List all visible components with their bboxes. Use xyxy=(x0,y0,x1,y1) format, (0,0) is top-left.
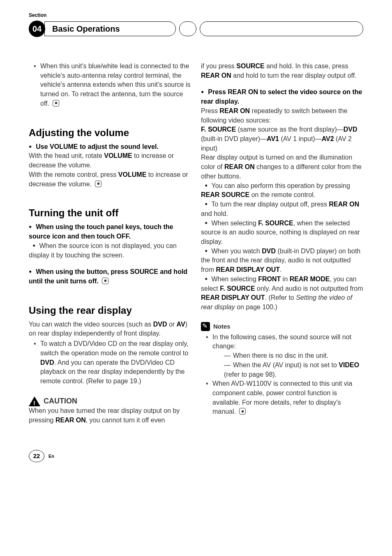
note-1: In the following cases, the sound source… xyxy=(212,334,351,350)
rear-bullet-1: To watch a DVD/Video CD on the rear disp… xyxy=(40,340,188,385)
heading-volume: Adjusting the volume xyxy=(29,126,191,140)
notes-icon xyxy=(201,322,210,331)
bullet-dot-icon: • xyxy=(206,379,208,389)
rear-sq4: When you watch DVD (built-in DVD player)… xyxy=(201,247,363,275)
note-1a: When there is no disc in the unit. xyxy=(224,351,363,361)
rear-sq3: When selecting F. SOURCE, when the selec… xyxy=(201,219,363,247)
rear-p4: Rear display output is turned on and the… xyxy=(201,153,363,181)
rear-sq2: To turn the rear display output off, pre… xyxy=(201,200,363,218)
rear-sq5: When selecting FRONT in REAR MODE, you c… xyxy=(201,275,363,312)
notes-label: Notes xyxy=(213,322,231,331)
right-column: if you press SOURCE and hold. In this ca… xyxy=(201,62,363,425)
chapter-title-chip: Basic Operations xyxy=(44,21,176,36)
note-2: When AVD-W1100V is connected to this uni… xyxy=(212,380,352,415)
end-section-icon xyxy=(102,278,108,284)
rear-p1: You can watch the video sources (such as… xyxy=(29,320,191,338)
left-column: • When this unit's blue/white lead is co… xyxy=(29,62,191,425)
caution-text: When you have turned the rear display ou… xyxy=(29,406,191,425)
off-note-1: When the source icon is not displayed, y… xyxy=(29,241,191,260)
volume-lead: Use VOLUME to adjust the sound level. xyxy=(29,143,159,150)
caution-continued: if you press SOURCE and hold. In this ca… xyxy=(201,62,363,80)
page-number: 22 xyxy=(29,450,44,462)
rear-p2: Press REAR ON repeatedly to switch betwe… xyxy=(201,107,363,125)
rear-sq1: You can also perform this operation by p… xyxy=(201,181,363,200)
chapter-title: Basic Operations xyxy=(52,24,120,34)
page-footer: 22 En xyxy=(29,450,363,462)
rear-lead-2: Press REAR ON to select the video source… xyxy=(201,88,362,105)
volume-p2: With the remote control, press VOLUME to… xyxy=(29,170,191,189)
heading-off: Turning the unit off xyxy=(29,206,191,220)
header-spacer-2 xyxy=(200,21,363,36)
section-label: Section xyxy=(29,12,363,18)
bullet-dot-icon: • xyxy=(206,333,208,342)
caution-label: CAUTION xyxy=(44,396,77,407)
heading-rear: Using the rear display xyxy=(29,303,191,317)
note-1b: When the AV (AV input) is not set to VID… xyxy=(224,361,363,379)
bullet-dot-icon: • xyxy=(34,339,36,349)
intro-bullet: When this unit's blue/white lead is conn… xyxy=(40,63,190,107)
header-spacer-1 xyxy=(179,21,196,36)
end-section-icon xyxy=(95,181,101,187)
bullet-dot-icon: • xyxy=(34,62,36,71)
language-code: En xyxy=(48,454,54,459)
rear-sources: F. SOURCE (same source as the front disp… xyxy=(201,125,363,153)
volume-p1: With the head unit, rotate VOLUME to inc… xyxy=(29,151,191,170)
end-section-icon xyxy=(239,408,246,415)
off-lead-1: When using the touch panel keys, touch t… xyxy=(29,223,173,240)
caution-icon xyxy=(29,396,40,406)
chapter-header: 04 Basic Operations xyxy=(29,21,363,37)
end-section-icon xyxy=(53,100,59,107)
